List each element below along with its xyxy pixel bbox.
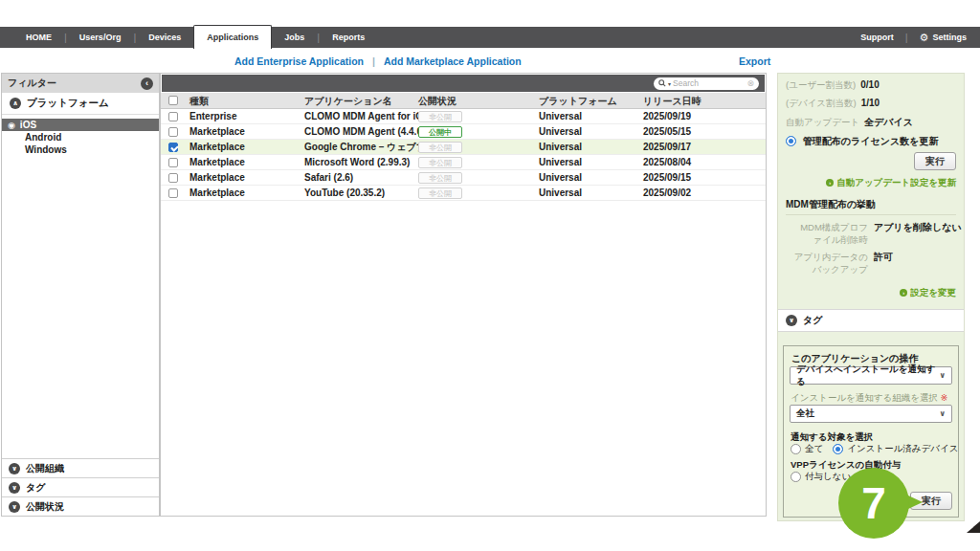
user-quota-row: (ユーザー割当数)0/10	[786, 79, 880, 92]
column-header-type[interactable]: 種類	[189, 93, 209, 109]
app-data-value: 許可	[874, 251, 893, 264]
chevron-down-icon: ∨	[9, 501, 20, 513]
auto-update-settings-link[interactable]: ›自動アップデート設定を更新	[826, 177, 956, 189]
application-list-area: ▾ ⊗ 種類 アプリケーション名 公開状況 プラットフォーム リリース日時 En…	[160, 73, 767, 517]
sidebar-item-android[interactable]: Android	[2, 131, 159, 143]
chevron-down-icon: ∨	[9, 463, 20, 474]
vpp-no-radio[interactable]	[791, 472, 801, 482]
tab-applications[interactable]: Applications	[193, 25, 272, 49]
status-badge: 非公開	[418, 157, 462, 168]
chevron-down-icon: ∨	[9, 482, 20, 494]
section-label: タグ	[26, 481, 45, 495]
app-name[interactable]: YouTube (20.35.2)	[304, 186, 385, 201]
column-header-name[interactable]: アプリケーション名	[304, 93, 392, 109]
chevron-down-icon: ∨	[786, 315, 797, 326]
sidebar-section-platform[interactable]: ∧ プラットフォーム	[2, 93, 159, 115]
add-marketplace-application-link[interactable]: Add Marketplace Application	[384, 55, 522, 67]
license-update-radio[interactable]	[786, 136, 796, 146]
table-row[interactable]: Marketplace Microsoft Word (2.99.3) 非公開 …	[161, 155, 766, 170]
app-release-date: 2025/08/04	[643, 155, 691, 170]
tag-section-label: タグ	[803, 314, 822, 327]
target-all-label: 全て	[805, 443, 823, 455]
link-label: 自動アップデート設定を更新	[836, 177, 956, 189]
table-row[interactable]: Marketplace YouTube (20.35.2) 非公開 Univer…	[161, 186, 766, 201]
sidebar-section-publish-org[interactable]: ∨ 公開組織	[2, 458, 159, 477]
column-header-status[interactable]: 公開状況	[418, 93, 457, 109]
app-platform: Universal	[539, 170, 582, 186]
tab-reports[interactable]: Reports	[320, 27, 377, 48]
tab-users-org[interactable]: Users/Org	[67, 27, 134, 48]
divider	[786, 214, 956, 215]
app-release-date: 2025/09/15	[643, 170, 691, 186]
sidebar-section-tag[interactable]: ∨ タグ	[2, 477, 159, 496]
top-nav: HOME | Users/Org | Devices Applications …	[0, 27, 980, 48]
org-select[interactable]: 全社 ∨	[790, 405, 952, 423]
green-dot-icon: ›	[826, 179, 834, 187]
nav-tabs: HOME | Users/Org | Devices Applications …	[0, 27, 377, 48]
app-type: Marketplace	[189, 140, 245, 155]
table-row[interactable]: Marketplace CLOMO MDM Agent (4.4.0) 公開中 …	[161, 124, 766, 140]
sidebar-section-publish-status[interactable]: ∨ 公開状況	[2, 496, 159, 516]
tab-jobs[interactable]: Jobs	[272, 27, 317, 48]
step-annotation-badge: 7	[838, 468, 909, 539]
app-platform: Universal	[539, 186, 582, 201]
app-release-date: 2025/09/19	[643, 109, 691, 124]
platform-list: ◉ iOS Android Windows	[2, 119, 159, 156]
sidebar-item-windows[interactable]: Windows	[2, 143, 159, 156]
column-header-platform[interactable]: プラットフォーム	[539, 93, 617, 109]
app-name[interactable]: CLOMO MDM Agent for iO...	[304, 109, 431, 124]
search-icon	[658, 79, 666, 87]
search-box[interactable]: ▾ ⊗	[654, 77, 759, 90]
tag-section-bar[interactable]: ∨ タグ	[778, 309, 964, 332]
app-type: Marketplace	[189, 155, 245, 170]
section-label: 公開組織	[26, 462, 64, 475]
operation-select[interactable]: デバイスへインストールを通知する ∨	[790, 366, 952, 385]
sidebar-item-ios[interactable]: ◉ iOS	[2, 119, 159, 131]
search-input[interactable]	[673, 78, 745, 88]
app-platform: Universal	[539, 124, 582, 140]
app-name[interactable]: Google Chrome – ウェブブ...	[304, 140, 434, 155]
chevron-down-icon: ∨	[940, 371, 947, 380]
select-all-checkbox[interactable]	[168, 96, 178, 105]
tab-devices[interactable]: Devices	[136, 27, 193, 48]
table-row[interactable]: Enterprise CLOMO MDM Agent for iO... 非公開…	[161, 109, 766, 124]
org-select-label: インストールを通知する組織を選択	[791, 392, 938, 403]
user-quota-label: (ユーザー割当数)	[786, 79, 856, 90]
status-badge: 公開中	[418, 126, 462, 138]
target-all-radio[interactable]	[791, 444, 801, 454]
export-link[interactable]: Export	[739, 55, 770, 67]
gear-icon: ⚙	[920, 32, 929, 44]
settings-label: Settings	[932, 33, 967, 42]
row-checkbox[interactable]	[168, 143, 178, 152]
table-row[interactable]: Marketplace Safari (2.6) 非公開 Universal 2…	[161, 170, 766, 186]
app-name[interactable]: CLOMO MDM Agent (4.4.0)	[304, 124, 425, 140]
change-settings-link[interactable]: ›設定を変更	[900, 287, 956, 299]
row-checkbox[interactable]	[168, 112, 178, 121]
table-header-row: 種類 アプリケーション名 公開状況 プラットフォーム リリース日時	[161, 93, 766, 109]
row-checkbox[interactable]	[168, 188, 178, 198]
column-header-release[interactable]: リリース日時	[643, 93, 702, 109]
nav-utility: Support | ⚙Settings	[860, 27, 980, 48]
row-checkbox[interactable]	[168, 158, 178, 167]
app-data-label-line2: バックアップ	[784, 264, 868, 276]
clear-search-icon[interactable]: ⊗	[746, 78, 754, 88]
add-application-links: Add Enterprise Application | Add Marketp…	[234, 55, 522, 67]
vpp-no-label: 付与しない	[805, 471, 851, 483]
table-row[interactable]: Marketplace Google Chrome – ウェブブ... 非公開 …	[161, 140, 766, 155]
tab-home[interactable]: HOME	[13, 27, 64, 48]
status-badge: 非公開	[418, 187, 462, 199]
selected-org: 全社	[796, 408, 814, 420]
app-name[interactable]: Microsoft Word (2.99.3)	[304, 155, 410, 170]
target-installed-radio[interactable]	[833, 444, 843, 454]
row-checkbox[interactable]	[168, 173, 178, 183]
support-link[interactable]: Support	[860, 33, 894, 42]
collapse-sidebar-icon[interactable]: ‹	[141, 77, 153, 90]
app-platform: Universal	[539, 109, 582, 124]
app-name[interactable]: Safari (2.6)	[304, 170, 353, 186]
settings-link[interactable]: ⚙Settings	[920, 32, 967, 44]
run-button[interactable]: 実行	[914, 152, 956, 170]
search-scope-caret-icon[interactable]: ▾	[668, 80, 671, 87]
run-license-update-row: 実行	[914, 152, 956, 170]
row-checkbox[interactable]	[168, 127, 178, 137]
add-enterprise-application-link[interactable]: Add Enterprise Application	[234, 55, 364, 67]
